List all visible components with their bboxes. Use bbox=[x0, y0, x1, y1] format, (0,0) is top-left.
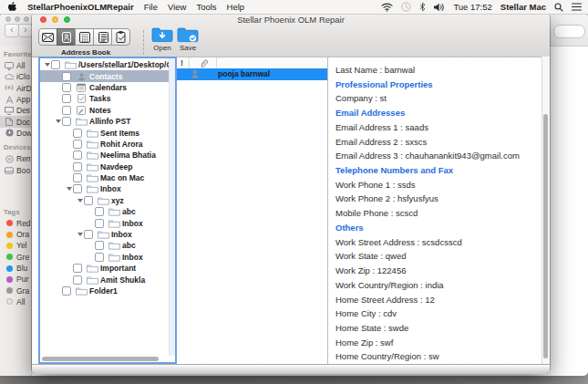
menu-user[interactable]: Stellar Mac bbox=[500, 2, 546, 12]
tree-checkbox[interactable] bbox=[62, 106, 71, 115]
sidebar-item-app[interactable]: App bbox=[0, 94, 31, 105]
sidebar-item-doc[interactable]: Doc bbox=[0, 116, 31, 127]
tree-row-inbox[interactable]: Inbox bbox=[40, 183, 169, 194]
tree-checkbox[interactable] bbox=[73, 129, 82, 138]
tree-checkbox[interactable] bbox=[62, 72, 71, 81]
finder-search-field[interactable] bbox=[553, 25, 585, 38]
volume-icon[interactable] bbox=[434, 3, 445, 12]
tree-row-abc[interactable]: abc bbox=[40, 206, 169, 217]
tree-checkbox[interactable] bbox=[62, 94, 71, 103]
notification-center-icon[interactable] bbox=[572, 3, 582, 11]
tree-row-rohit-arora[interactable]: Rohit Arora bbox=[40, 139, 169, 150]
tree-checkbox[interactable] bbox=[95, 253, 104, 262]
active-app-menu[interactable]: StellarPhoenixOLMRepair bbox=[27, 2, 134, 12]
tree-row--users-stellar1-desktop-olm[interactable]: /Users/stellar1/Desktop/OLM bbox=[40, 59, 169, 70]
tree-row-xyz[interactable]: xyz bbox=[40, 195, 169, 206]
address-book-view-button[interactable] bbox=[57, 28, 76, 46]
tree-row-tasks[interactable]: Tasks bbox=[40, 93, 169, 104]
tree-row-amit-shukla[interactable]: Amit Shukla bbox=[40, 274, 169, 285]
mail-view-button[interactable] bbox=[38, 28, 57, 46]
wifi-icon[interactable] bbox=[381, 3, 393, 12]
tree-checkbox[interactable] bbox=[62, 117, 71, 126]
menu-file[interactable]: File bbox=[144, 2, 158, 12]
disclosure-triangle[interactable] bbox=[65, 187, 73, 191]
tree-horizontal-scrollbar[interactable] bbox=[42, 357, 159, 361]
tree-row-calendars[interactable]: Calendars bbox=[40, 82, 169, 93]
sidebar-item-ora[interactable]: Ora bbox=[0, 229, 31, 240]
apple-menu-icon[interactable] bbox=[8, 2, 17, 13]
tree-checkbox[interactable] bbox=[73, 264, 82, 273]
tree-row-neelima-bhatia[interactable]: Neelima Bhatia bbox=[40, 150, 169, 161]
disclosure-triangle[interactable] bbox=[76, 233, 84, 236]
tree-checkbox[interactable] bbox=[95, 219, 104, 228]
sidebar-item-blu[interactable]: Blu bbox=[0, 263, 31, 274]
sidebar-item-gra[interactable]: Gra bbox=[0, 285, 31, 296]
tree-row-important[interactable]: Important bbox=[40, 263, 169, 274]
tree-row-folder1[interactable]: Folder1 bbox=[40, 285, 169, 296]
sidebar-item-all[interactable]: All bbox=[0, 60, 31, 71]
tree-checkbox[interactable] bbox=[95, 207, 104, 216]
tree-checkbox[interactable] bbox=[73, 162, 82, 171]
contact-row-pooja-barnwal[interactable]: pooja barnwal bbox=[177, 68, 327, 80]
spotlight-icon[interactable] bbox=[554, 3, 563, 12]
tree-row-notes[interactable]: Notes bbox=[40, 105, 169, 116]
menu-clock[interactable]: Tue 17:52 bbox=[453, 2, 491, 12]
tree-checkbox[interactable] bbox=[51, 60, 60, 69]
finder-zoom-button[interactable] bbox=[24, 16, 29, 22]
sidebar-item-pur[interactable]: Pur bbox=[0, 274, 31, 285]
forward-button[interactable]: › bbox=[18, 24, 33, 37]
finder-close-button[interactable] bbox=[5, 16, 11, 22]
tree-checkbox[interactable] bbox=[73, 140, 82, 149]
tree-checkbox[interactable] bbox=[84, 230, 93, 239]
tree-row-allinfo-pst[interactable]: Allinfo PST bbox=[40, 116, 169, 127]
sidebar-item-yel[interactable]: Yel bbox=[0, 240, 31, 251]
sidebar-item-boo[interactable]: Boo bbox=[0, 164, 31, 175]
tree-row-mac-on-mac[interactable]: Mac on Mac bbox=[40, 172, 169, 183]
details-scrollbar-track[interactable] bbox=[542, 57, 550, 364]
sidebar-item-dow[interactable]: Dow bbox=[0, 128, 31, 139]
tree-checkbox[interactable] bbox=[84, 196, 93, 205]
sidebar-item-all[interactable]: All bbox=[0, 296, 31, 307]
sidebar-item-iclo[interactable]: iClo bbox=[0, 71, 31, 82]
tree-row-inbox[interactable]: Inbox bbox=[40, 252, 169, 263]
disclosure-triangle[interactable] bbox=[43, 63, 51, 67]
tree-row-sent-items[interactable]: Sent Items bbox=[40, 127, 169, 138]
tree-row-contacts[interactable]: Contacts bbox=[40, 70, 169, 81]
tree-scrollbar-track[interactable] bbox=[169, 58, 175, 356]
menu-view[interactable]: View bbox=[168, 2, 186, 12]
tree-checkbox[interactable] bbox=[95, 241, 104, 250]
sidebar-item-red[interactable]: Red bbox=[0, 218, 31, 229]
tasks-view-button[interactable] bbox=[111, 28, 130, 46]
tree-checkbox[interactable] bbox=[73, 275, 82, 285]
save-button[interactable]: Save bbox=[174, 27, 201, 52]
details-scrollbar-thumb[interactable] bbox=[543, 114, 548, 358]
bluetooth-icon[interactable] bbox=[419, 2, 426, 12]
sidebar-item-des[interactable]: Des bbox=[0, 105, 31, 116]
tree-row-label: Tasks bbox=[89, 94, 110, 103]
calendar-view-button[interactable] bbox=[75, 28, 94, 46]
tree-row-inbox[interactable]: Inbox bbox=[40, 229, 169, 240]
tree-checkbox[interactable] bbox=[73, 173, 82, 182]
tree-checkbox[interactable] bbox=[73, 184, 82, 193]
tree-checkbox[interactable] bbox=[62, 286, 71, 296]
tree-row-inbox[interactable]: Inbox bbox=[40, 217, 169, 228]
disclosure-triangle[interactable] bbox=[76, 199, 84, 202]
back-button[interactable]: ‹ bbox=[5, 24, 19, 37]
sidebar-item-label: Gre bbox=[16, 253, 29, 262]
tree-checkbox[interactable] bbox=[73, 150, 82, 160]
tree-row-navdeep[interactable]: Navdeep bbox=[40, 161, 169, 172]
sidebar-item-aird[interactable]: AirD bbox=[0, 83, 31, 94]
tree-row-abc[interactable]: abc bbox=[40, 240, 169, 251]
menu-tools[interactable]: Tools bbox=[196, 2, 216, 12]
menu-help[interactable]: Help bbox=[227, 2, 245, 12]
finder-minimize-button[interactable] bbox=[15, 16, 20, 22]
disclosure-triangle[interactable] bbox=[54, 119, 62, 123]
flag-column-header[interactable]: ! bbox=[181, 58, 183, 67]
tree-checkbox[interactable] bbox=[62, 83, 71, 92]
sidebar-item-rem[interactable]: Rem bbox=[0, 153, 31, 164]
sidebar-item-gre[interactable]: Gre bbox=[0, 252, 31, 263]
paperclip-icon[interactable] bbox=[199, 58, 209, 68]
open-button[interactable]: Open bbox=[149, 27, 176, 52]
notes-view-button[interactable] bbox=[93, 28, 112, 46]
time-machine-icon[interactable] bbox=[401, 2, 411, 12]
